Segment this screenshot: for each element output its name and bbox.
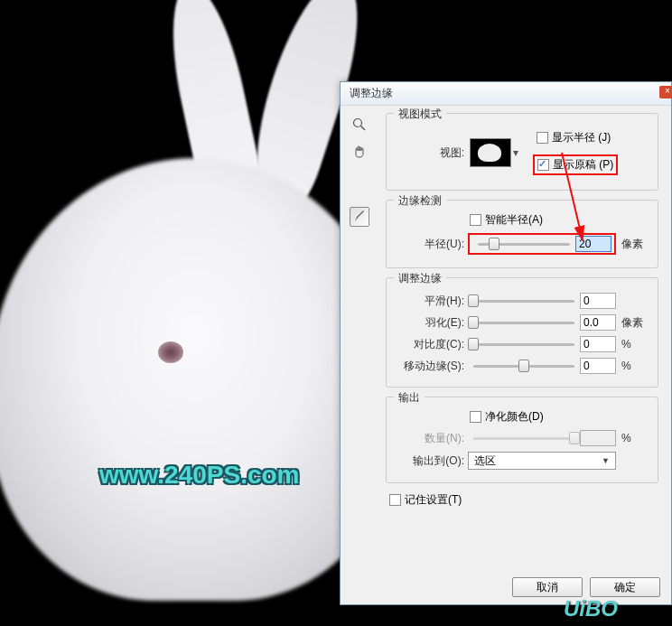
adjust-edges-group: 调整边缘 平滑(H): 0 羽化(E): 0.0 像素 对比度(C): 0 % … — [386, 277, 658, 388]
cancel-button[interactable]: 取消 — [512, 577, 583, 597]
group-label: 输出 — [394, 390, 425, 406]
svg-line-1 — [361, 126, 366, 131]
smooth-value-input[interactable]: 0 — [580, 293, 616, 309]
chevron-down-icon: ▼ — [602, 456, 610, 465]
view-thumbnail[interactable] — [470, 138, 511, 167]
ok-button[interactable]: 确定 — [590, 577, 660, 597]
unit-label: % — [621, 432, 647, 444]
uibo-watermark: UiBO — [564, 596, 618, 621]
remember-settings-checkbox[interactable] — [389, 494, 401, 506]
smart-radius-label: 智能半径(A) — [485, 212, 543, 228]
unit-label: 像素 — [621, 237, 647, 252]
feather-value-input[interactable]: 0.0 — [580, 314, 616, 331]
smart-radius-checkbox[interactable] — [470, 214, 481, 226]
show-radius-checkbox[interactable] — [537, 132, 548, 144]
radius-label: 半径(U): — [397, 237, 464, 252]
edge-detection-group: 边缘检测 智能半径(A) 半径(U): 20 像素 — [386, 200, 658, 268]
amount-label: 数量(N): — [397, 431, 464, 446]
smooth-label: 平滑(H): — [397, 294, 464, 309]
unit-label: % — [621, 338, 647, 350]
feather-label: 羽化(E): — [397, 315, 464, 331]
show-radius-label: 显示半径 (J) — [552, 130, 611, 145]
chevron-down-icon[interactable]: ▾ — [511, 146, 522, 159]
radius-value-input[interactable]: 20 — [575, 236, 611, 252]
contrast-label: 对比度(C): — [397, 337, 464, 352]
dialog-title-text: 调整边缘 — [350, 86, 393, 101]
amount-slider — [473, 437, 574, 440]
show-original-highlight: 显示原稿 (P) — [533, 154, 618, 175]
hand-icon[interactable] — [350, 142, 369, 162]
output-to-select[interactable]: 选区 ▼ — [468, 452, 616, 470]
remember-settings-label: 记住设置(T) — [405, 492, 462, 508]
purify-colors-label: 净化颜色(D) — [485, 409, 544, 425]
watermark-text: www.240PS.com — [99, 461, 300, 490]
radius-slider[interactable] — [478, 243, 570, 246]
group-label: 边缘检测 — [394, 193, 446, 209]
unit-label: % — [621, 360, 647, 372]
show-original-checkbox[interactable] — [537, 159, 549, 171]
shift-edge-value-input[interactable]: 0 — [580, 358, 616, 374]
feather-slider[interactable] — [473, 322, 574, 324]
zoom-icon[interactable] — [350, 115, 369, 135]
group-label: 视图模式 — [394, 107, 446, 122]
show-original-label: 显示原稿 (P) — [553, 157, 613, 173]
unit-label: 像素 — [621, 315, 647, 331]
contrast-slider[interactable] — [473, 343, 574, 346]
purify-colors-checkbox[interactable] — [470, 411, 481, 423]
view-label: 视图: — [397, 145, 464, 161]
close-icon[interactable]: × — [659, 86, 672, 98]
amount-value-input — [580, 430, 616, 446]
svg-point-0 — [354, 119, 362, 127]
contrast-value-input[interactable]: 0 — [580, 336, 616, 352]
output-to-label: 输出到(O): — [397, 453, 464, 469]
output-group: 输出 净化颜色(D) 数量(N): % 输出到(O): 选区 ▼ — [386, 397, 658, 483]
refine-edge-dialog: 调整边缘 × 视图模式 视图: ▾ — [340, 81, 672, 605]
dialog-titlebar[interactable]: 调整边缘 × — [341, 82, 671, 106]
group-label: 调整边缘 — [394, 271, 446, 286]
view-mode-group: 视图模式 视图: ▾ 显示半径 (J) 显示原稿 (P) — [386, 113, 658, 191]
smooth-slider[interactable] — [473, 300, 574, 303]
shift-edge-slider[interactable] — [473, 365, 574, 368]
shift-edge-label: 移动边缘(S): — [397, 359, 464, 374]
output-to-value: 选区 — [474, 453, 496, 469]
brush-icon[interactable] — [350, 207, 369, 227]
